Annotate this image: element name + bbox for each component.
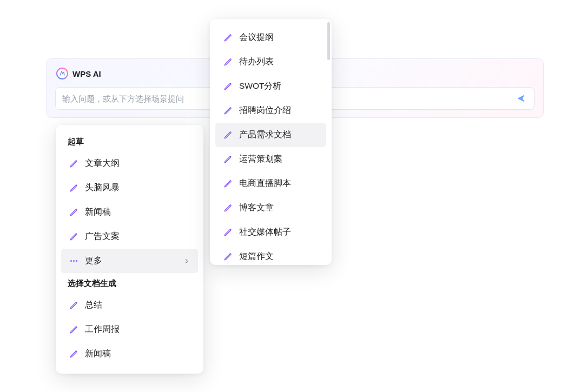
menu-item-label: 工作周报 [85,324,190,335]
pen-icon [69,183,78,193]
menu-item-label: 广告文案 [85,231,190,242]
pen-icon [69,232,78,242]
section-header-generate: 选择文档生成 [58,273,201,293]
more-icon [69,256,78,266]
submenu-item-short-essay[interactable]: 短篇作文 [215,244,326,265]
submenu-item-todo-list[interactable]: 待办列表 [215,50,326,74]
pen-icon [223,203,233,213]
menu-item-weekly-report[interactable]: 工作周报 [61,317,198,342]
pen-icon [223,155,233,164]
menu-item-ad-copy[interactable]: 广告文案 [61,224,198,249]
send-button[interactable] [515,92,527,105]
submenu-item-social-post[interactable]: 社交媒体帖子 [215,220,326,244]
menu-item-label: 产品需求文档 [239,129,319,141]
pen-icon [223,228,233,237]
submenu-item-livestream-script[interactable]: 电商直播脚本 [215,171,326,196]
menu-item-news-release-2[interactable]: 新闻稿 [61,342,198,366]
menu-item-label: 运营策划案 [239,154,319,165]
submenu-item-blog-post[interactable]: 博客文章 [215,196,326,220]
menu-item-brainstorm[interactable]: 头脑风暴 [61,176,198,200]
menu-item-article-outline[interactable]: 文章大纲 [61,151,198,176]
menu-item-label: 招聘岗位介绍 [239,105,319,116]
pen-icon [69,349,78,359]
submenu-item-swot[interactable]: SWOT分析 [215,74,326,98]
scrollbar[interactable] [327,22,330,262]
menu-item-news-release[interactable]: 新闻稿 [61,200,198,224]
pen-icon [69,301,78,310]
menu-item-label: 待办列表 [239,56,319,68]
menu-item-label: 新闻稿 [85,348,190,360]
pen-icon [223,57,233,67]
pen-icon [223,82,233,91]
pen-icon [69,325,78,335]
pen-icon [69,159,78,169]
pen-icon [223,33,233,43]
menu-item-label: 博客文章 [239,202,319,214]
pen-icon [223,106,233,116]
primary-menu: 起草 文章大纲 头脑风暴 新闻稿 广告文案 更多 选择文档生成 [56,125,203,374]
menu-item-label: SWOT分析 [239,81,319,92]
scrollbar-thumb[interactable] [327,22,330,60]
submenu-item-prd[interactable]: 产品需求文档 [215,123,326,147]
menu-item-label: 头脑风暴 [85,182,190,194]
menu-item-label: 会议提纲 [239,32,319,43]
pen-icon [223,130,233,140]
submenu-item-marketing-plan[interactable]: 运营策划案 [215,147,326,171]
menu-item-label: 社交媒体帖子 [239,227,319,238]
section-header-draft: 起草 [58,131,201,151]
menu-item-more[interactable]: 更多 [61,249,198,273]
menu-item-label: 更多 [85,255,176,267]
ai-title: WPS AI [72,69,101,78]
pen-icon [223,179,233,189]
send-icon [516,94,526,103]
submenu-item-job-posting[interactable]: 招聘岗位介绍 [215,98,326,123]
menu-item-label: 文章大纲 [85,158,190,169]
pen-icon [69,208,78,217]
secondary-menu: 会议提纲 待办列表 SWOT分析 招聘岗位介绍 产品需求文档 运营策划案 [210,19,332,265]
menu-item-summary[interactable]: 总结 [61,293,198,317]
menu-item-label: 电商直播脚本 [239,178,319,189]
menu-item-label: 短篇作文 [239,251,319,262]
chevron-right-icon [183,257,190,265]
menu-item-label: 总结 [85,300,190,311]
menu-item-label: 新闻稿 [85,207,190,218]
pen-icon [223,252,233,262]
wps-ai-logo-icon [56,68,68,79]
submenu-item-meeting-outline[interactable]: 会议提纲 [215,25,326,50]
